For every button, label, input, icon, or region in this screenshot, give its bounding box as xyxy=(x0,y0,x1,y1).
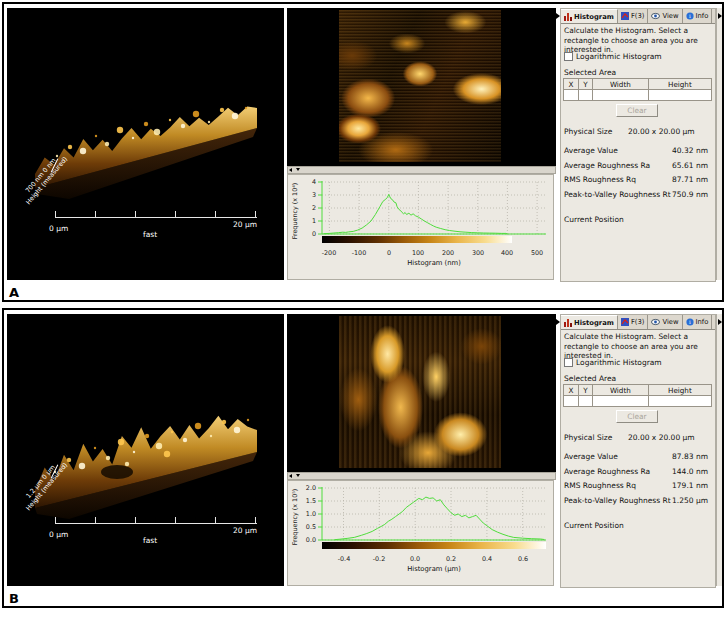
panel-expander[interactable] xyxy=(716,8,722,280)
svg-text:0.5: 0.5 xyxy=(306,523,316,531)
expander-arrow-icon[interactable] xyxy=(718,319,722,325)
panel-letter: A xyxy=(9,285,19,300)
stat-row: Average Value 87.83 nm xyxy=(564,452,708,461)
clear-button[interactable]: Clear xyxy=(616,104,658,117)
tab-view[interactable]: View xyxy=(648,315,682,329)
tool-description: Calculate the Histogram. Select a rectan… xyxy=(564,332,711,361)
stat-label: RMS Roughness Rq xyxy=(564,175,636,184)
scrollbar[interactable] xyxy=(287,166,556,174)
svg-text:4: 4 xyxy=(312,178,316,186)
stat-label: Average Value xyxy=(564,452,618,461)
stat-row: Average Roughness Ra 144.0 nm xyxy=(564,467,708,476)
x-min-label: 0 µm xyxy=(49,530,68,539)
view-icon xyxy=(651,12,660,20)
tab-label: F(3) xyxy=(631,12,645,20)
function-icon xyxy=(621,318,629,326)
tab-histogram[interactable]: Histogram xyxy=(561,9,618,23)
x-tick: -0.2 xyxy=(366,555,392,563)
afm-2d-view[interactable] xyxy=(287,314,556,472)
stat-value: 65.61 nm xyxy=(672,161,708,170)
checkbox-box[interactable] xyxy=(564,358,573,367)
view-icon xyxy=(651,318,660,326)
tab-info[interactable]: i Info xyxy=(683,9,713,23)
histogram-panel: Frequency (x 10⁵) 0.00.51.01.52.0 -0.4-0… xyxy=(287,480,554,586)
stat-label: Average Roughness Ra xyxy=(564,467,650,476)
statistics: Average Value 40.32 nm Average Roughness… xyxy=(564,146,708,204)
scrollbar[interactable] xyxy=(287,472,556,480)
stat-value: 750.9 nm xyxy=(672,190,708,199)
svg-text:i: i xyxy=(689,13,691,19)
panel-letter: B xyxy=(9,591,19,606)
selected-area-label: Selected Area xyxy=(564,68,616,77)
x-tick: 0.0 xyxy=(402,555,428,563)
afm-topography-image[interactable] xyxy=(339,10,501,162)
physical-size-row: Physical Size 20.00 x 20.00 µm xyxy=(564,433,695,442)
x-tick: -100 xyxy=(346,249,372,257)
afm-3d-view[interactable]: 1.2 µm 0 µm Height (measured) 0 µm 20 µm… xyxy=(7,314,284,586)
x-axis-name: fast xyxy=(143,536,157,545)
info-icon: i xyxy=(686,318,694,326)
stat-row: Peak-to-Valley Roughness Rt 1.250 µm xyxy=(564,496,708,505)
tab-f3[interactable]: F(3) xyxy=(618,315,649,329)
tab-info[interactable]: i Info xyxy=(683,315,713,329)
afm-2d-view[interactable] xyxy=(287,8,556,166)
expander-arrow-icon[interactable] xyxy=(718,13,722,19)
x-axis-label: Histogram (nm) xyxy=(322,259,546,267)
histogram-icon xyxy=(564,319,572,327)
x-axis-name: fast xyxy=(143,230,157,239)
panel-expander[interactable] xyxy=(716,314,722,586)
tab-bar: Histogram F(3) View i Info xyxy=(561,315,715,330)
logarithmic-histogram-checkbox[interactable]: Logarithmic Histogram xyxy=(564,358,662,367)
svg-text:2: 2 xyxy=(312,204,316,212)
tab-view[interactable]: View xyxy=(648,9,682,23)
statistics: Average Value 87.83 nm Average Roughness… xyxy=(564,452,708,510)
clear-button[interactable]: Clear xyxy=(616,410,658,423)
column-height: Height xyxy=(648,79,711,90)
stat-row: Average Value 40.32 nm xyxy=(564,146,708,155)
control-panel: Histogram F(3) View i Info Calculate the… xyxy=(560,8,716,282)
x-tick-labels: -200-1000100200300400500 xyxy=(294,249,552,258)
checkbox-box[interactable] xyxy=(564,52,573,61)
current-position-label: Current Position xyxy=(564,215,624,224)
x-axis-label: Histogram (µm) xyxy=(322,565,546,573)
tab-histogram[interactable]: Histogram xyxy=(561,315,618,329)
afm-3d-view[interactable]: 700 nm 0 nm Height (measured) 0 µm 20 µm… xyxy=(7,8,284,280)
x-tick: 0.2 xyxy=(438,555,464,563)
afm-topography-image[interactable] xyxy=(339,316,501,468)
selected-area-table: X Y Width Height xyxy=(563,384,712,407)
histogram-icon xyxy=(564,13,572,21)
function-icon xyxy=(621,12,629,20)
x-axis-ruler xyxy=(55,517,257,524)
stat-row: RMS Roughness Rq 179.1 nm xyxy=(564,481,708,490)
tab-f3[interactable]: F(3) xyxy=(618,9,649,23)
current-position-label: Current Position xyxy=(564,521,624,530)
stat-value: 1.250 µm xyxy=(672,496,708,505)
tab-label: View xyxy=(662,12,678,20)
middle-column: Frequency (x 10⁴) 01234 -200-10001002003… xyxy=(287,8,556,280)
logarithmic-histogram-checkbox[interactable]: Logarithmic Histogram xyxy=(564,52,662,61)
table-row xyxy=(564,396,712,407)
x-max-label: 20 µm xyxy=(233,526,257,535)
physical-size-value: 20.00 x 20.00 µm xyxy=(628,433,695,442)
checkbox-label: Logarithmic Histogram xyxy=(576,358,662,367)
svg-text:3: 3 xyxy=(312,191,316,199)
histogram-plot: 01234 xyxy=(294,178,552,250)
x-tick: 0 xyxy=(376,249,402,257)
column-width: Width xyxy=(592,385,648,396)
svg-text:2.0: 2.0 xyxy=(306,484,316,492)
stat-label: Peak-to-Valley Roughness Rt xyxy=(564,190,671,199)
stat-value: 87.83 nm xyxy=(672,452,708,461)
tool-description: Calculate the Histogram. Select a rectan… xyxy=(564,26,711,55)
tab-label: View xyxy=(662,318,678,326)
x-tick-labels: -0.4-0.20.00.20.40.6 xyxy=(294,555,552,564)
table-row xyxy=(564,90,712,101)
x-min-label: 0 µm xyxy=(49,224,68,233)
x-tick: 100 xyxy=(405,249,431,257)
figure-panel: 700 nm 0 nm Height (measured) 0 µm 20 µm… xyxy=(2,2,724,302)
svg-text:0.0: 0.0 xyxy=(306,536,316,544)
stat-label: Average Value xyxy=(564,146,618,155)
stat-value: 179.1 nm xyxy=(672,481,708,490)
stat-value: 87.71 nm xyxy=(672,175,708,184)
3d-surface xyxy=(7,8,284,280)
tab-label: Histogram xyxy=(574,319,614,327)
